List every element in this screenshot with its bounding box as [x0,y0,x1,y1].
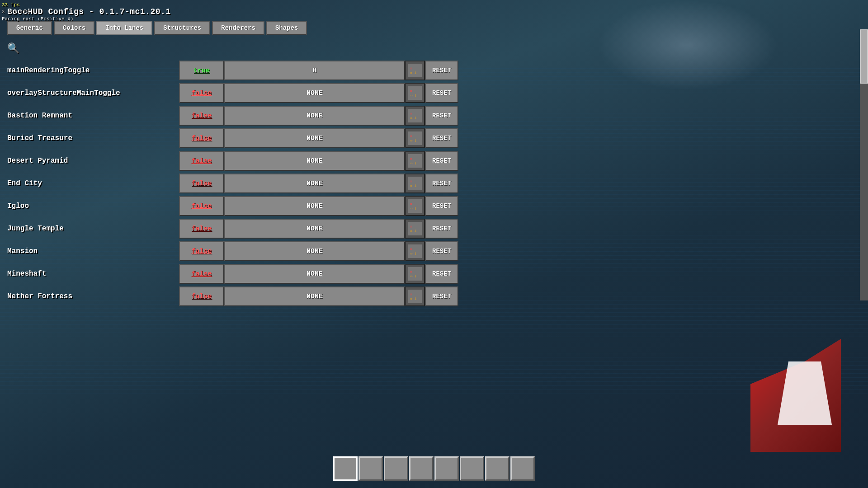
value-btn-mansion[interactable]: false [179,241,224,261]
icon-btn-mineshaft[interactable]: ✕ ⇩ ⇨ [405,264,425,284]
config-list: mainRenderingToggle true H ✕ ⇩ ⇨ RESET o… [7,60,861,484]
svg-text:⇨: ⇨ [410,274,413,279]
mc-icon-svg: ✕ ⇩ ⇨ [408,290,422,303]
row-label-mainRenderingToggle: mainRenderingToggle [7,66,179,75]
scrollbar-thumb[interactable] [860,29,868,84]
value-btn-buriedTreasure[interactable]: false [179,128,224,148]
keybind-label: NONE [307,248,323,255]
svg-text:⇩: ⇩ [414,296,417,301]
value-btn-mineshaft[interactable]: false [179,264,224,284]
keybind-btn-overlayStructureMainToggle[interactable]: NONE [224,83,405,103]
keybind-btn-endCity[interactable]: NONE [224,174,405,193]
tab-info-lines[interactable]: Info Lines [96,21,152,35]
icon-btn-jungleTemple[interactable]: ✕ ⇩ ⇨ [405,219,425,239]
row-label-buriedTreasure: Buried Treasure [7,134,179,142]
reset-btn-mainRenderingToggle[interactable]: RESET [425,61,458,80]
reset-btn-mineshaft[interactable]: RESET [425,264,458,284]
svg-text:⇨: ⇨ [410,206,413,211]
mc-icon-svg: ✕ ⇩ ⇨ [408,222,422,235]
reset-btn-mansion[interactable]: RESET [425,241,458,261]
icon-btn-desertPyramid[interactable]: ✕ ⇩ ⇨ [405,151,425,171]
keybind-btn-netherFortress[interactable]: NONE [224,286,405,306]
icon-btn-igloo[interactable]: ✕ ⇩ ⇨ [405,196,425,216]
icon-btn-netherFortress[interactable]: ✕ ⇩ ⇨ [405,286,425,306]
keybind-btn-jungleTemple[interactable]: NONE [224,219,405,239]
hotbar-slot-8[interactable] [510,456,535,481]
reset-btn-netherFortress[interactable]: RESET [425,286,458,306]
table-row: mainRenderingToggle true H ✕ ⇩ ⇨ RESET [7,60,861,81]
icon-btn-mainRenderingToggle[interactable]: ✕ ⇩ ⇨ [405,61,425,80]
keybind-label: NONE [307,180,323,188]
table-row: Nether Fortress false NONE ✕ ⇩ ⇨ RESET [7,286,861,307]
icon-btn-mansion[interactable]: ✕ ⇩ ⇨ [405,241,425,261]
hotbar-slot-5[interactable] [434,456,459,481]
value-false: false [191,248,212,255]
reset-btn-jungleTemple[interactable]: RESET [425,219,458,239]
keybind-label: NONE [307,270,323,278]
hotbar-slot-7[interactable] [485,456,509,481]
reset-btn-overlayStructureMainToggle[interactable]: RESET [425,83,458,103]
tab-structures[interactable]: Structures [154,21,210,35]
table-row: End City false NONE ✕ ⇩ ⇨ RESET [7,173,861,194]
keybind-btn-mainRenderingToggle[interactable]: H [224,61,405,80]
keybind-btn-bastionRemnant[interactable]: NONE [224,106,405,126]
facing-display: Facing east (Positive X) [2,16,73,23]
keybind-btn-mansion[interactable]: NONE [224,241,405,261]
fps-display: 33 fps [2,2,73,9]
icon-btn-buriedTreasure[interactable]: ✕ ⇩ ⇨ [405,128,425,148]
hotbar-slot-6[interactable] [460,456,484,481]
tab-generic[interactable]: Generic [7,21,52,35]
main-panel: BoccHUD Configs - 0.1.7-mc1.20.1 Generic… [0,0,868,488]
svg-text:⇩: ⇩ [414,70,417,75]
tab-shapes[interactable]: Shapes [266,21,307,35]
svg-text:⇩: ⇩ [414,206,417,211]
mc-icon-svg: ✕ ⇩ ⇨ [408,177,422,190]
keybind-btn-mineshaft[interactable]: NONE [224,264,405,284]
row-label-jungleTemple: Jungle Temple [7,225,179,233]
reset-btn-buriedTreasure[interactable]: RESET [425,128,458,148]
row-label-overlayStructureMainToggle: overlayStructureMainToggle [7,89,179,97]
value-btn-endCity[interactable]: false [179,174,224,193]
hotbar-slot-2[interactable] [359,456,383,481]
row-label-mansion: Mansion [7,247,179,255]
keybind-btn-igloo[interactable]: NONE [224,196,405,216]
hotbar-slot-3[interactable] [384,456,408,481]
reset-btn-desertPyramid[interactable]: RESET [425,151,458,171]
svg-text:⇨: ⇨ [410,161,413,166]
row-label-desertPyramid: Desert Pyramid [7,157,179,165]
value-btn-overlayStructureMainToggle[interactable]: false [179,83,224,103]
search-icon[interactable]: 🔍 [7,42,19,55]
value-false: false [191,89,212,97]
value-btn-desertPyramid[interactable]: false [179,151,224,171]
hotbar-slot-1[interactable] [333,456,358,481]
svg-text:⇩: ⇩ [414,161,417,166]
reset-btn-endCity[interactable]: RESET [425,174,458,193]
icon-btn-endCity[interactable]: ✕ ⇩ ⇨ [405,174,425,193]
hotbar-slot-4[interactable] [409,456,434,481]
icon-btn-overlayStructureMainToggle[interactable]: ✕ ⇩ ⇨ [405,83,425,103]
value-btn-igloo[interactable]: false [179,196,224,216]
value-false: false [191,202,212,210]
row-label-bastionRemnant: Bastion Remnant [7,112,179,120]
tab-colors[interactable]: Colors [54,21,94,35]
value-btn-bastionRemnant[interactable]: false [179,106,224,126]
reset-btn-igloo[interactable]: RESET [425,196,458,216]
svg-text:⇨: ⇨ [410,138,413,143]
icon-btn-bastionRemnant[interactable]: ✕ ⇩ ⇨ [405,106,425,126]
svg-text:⇩: ⇩ [414,138,417,143]
keybind-btn-buriedTreasure[interactable]: NONE [224,128,405,148]
value-btn-netherFortress[interactable]: false [179,286,224,306]
table-row: Mansion false NONE ✕ ⇩ ⇨ RESET [7,241,861,262]
value-btn-jungleTemple[interactable]: false [179,219,224,239]
svg-text:⇨: ⇨ [410,296,413,301]
hotbar [333,456,535,481]
value-btn-mainRenderingToggle[interactable]: true [179,61,224,80]
value-false: false [191,270,212,278]
tab-renderers[interactable]: Renderers [212,21,264,35]
reset-btn-bastionRemnant[interactable]: RESET [425,106,458,126]
keybind-btn-desertPyramid[interactable]: NONE [224,151,405,171]
svg-text:⇩: ⇩ [414,229,417,234]
table-row: Buried Treasure false NONE ✕ ⇩ ⇨ RESET [7,128,861,149]
value-false: false [191,293,212,300]
row-label-mineshaft: Mineshaft [7,270,179,278]
